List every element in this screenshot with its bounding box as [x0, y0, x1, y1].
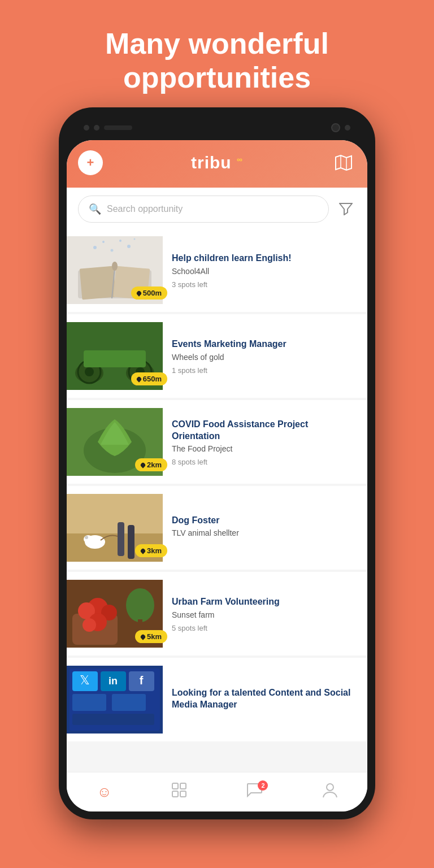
- svg-point-31: [85, 536, 88, 539]
- svg-point-56: [327, 784, 333, 791]
- opportunity-info: Looking for a talented Content and Socia…: [172, 666, 357, 734]
- org-name: Wheels of gold: [172, 353, 357, 362]
- nav-grid[interactable]: [172, 783, 186, 801]
- svg-text:𝕏: 𝕏: [80, 673, 90, 687]
- svg-rect-53: [180, 783, 186, 789]
- filter-button[interactable]: [336, 199, 356, 219]
- front-camera: [331, 123, 340, 132]
- spots-left: 5 spots left: [172, 624, 357, 632]
- phone-device: + tribu ∞: [59, 107, 375, 819]
- search-section: 🔍 Search opportunity: [67, 188, 367, 228]
- opportunity-title: Urban Farm Volunteering: [172, 596, 357, 608]
- svg-rect-50: [112, 694, 146, 711]
- pin-icon: [136, 290, 142, 296]
- opportunity-image: 650m: [67, 322, 163, 390]
- distance-badge: 5km: [135, 630, 167, 643]
- svg-rect-28: [128, 525, 134, 559]
- svg-text:in: in: [108, 675, 118, 687]
- svg-rect-51: [72, 714, 154, 725]
- distance-badge: 650m: [131, 372, 167, 385]
- distance-badge: 2km: [135, 458, 167, 471]
- svg-point-39: [126, 588, 154, 622]
- home-icon: ☺: [97, 783, 112, 801]
- chat-badge: 2: [258, 780, 268, 791]
- svg-text:f: f: [140, 674, 144, 687]
- svg-rect-19: [84, 350, 146, 367]
- profile-icon: [323, 782, 337, 802]
- search-placeholder: Search opportunity: [107, 204, 183, 214]
- opportunities-list: 500m Help children learn English! School…: [67, 228, 367, 772]
- pin-icon: [140, 548, 146, 554]
- pin-icon: [140, 633, 146, 640]
- app-logo: tribu ∞: [191, 153, 243, 172]
- opportunity-image: 3km: [67, 494, 163, 562]
- svg-point-30: [84, 535, 93, 543]
- nav-profile[interactable]: [323, 782, 337, 802]
- svg-rect-25: [67, 494, 163, 533]
- opportunity-image: 5km: [67, 580, 163, 648]
- opportunity-title: Help children learn English!: [172, 253, 357, 264]
- camera-dot-1: [84, 125, 89, 131]
- svg-point-10: [111, 249, 114, 252]
- opportunity-card[interactable]: 650m Events Marketing Manager Wheels of …: [67, 314, 367, 398]
- svg-point-13: [134, 238, 136, 240]
- org-name: Sunset farm: [172, 610, 357, 619]
- org-name: The Food Project: [172, 444, 357, 453]
- spots-left: 8 spots left: [172, 458, 357, 466]
- opportunity-card[interactable]: 3km Dog Foster TLV animal shellter: [67, 486, 367, 570]
- opportunity-card[interactable]: 2km COVID Food Assistance Project Orient…: [67, 400, 367, 484]
- svg-point-9: [102, 241, 105, 243]
- svg-rect-4: [80, 266, 116, 300]
- pin-icon: [136, 376, 142, 382]
- phone-notch: [67, 115, 367, 140]
- nav-chat[interactable]: 2: [246, 783, 262, 801]
- org-name: TLV animal shellter: [172, 528, 357, 537]
- svg-point-7: [112, 262, 118, 271]
- svg-rect-49: [72, 694, 106, 711]
- svg-rect-52: [172, 783, 178, 789]
- svg-point-8: [93, 246, 97, 249]
- spots-left: 3 spots left: [172, 280, 357, 289]
- svg-rect-55: [180, 791, 186, 797]
- page-background: Many wonderful opportunities: [0, 0, 434, 868]
- opportunity-info: Urban Farm Volunteering Sunset farm 5 sp…: [172, 580, 357, 648]
- svg-point-20: [85, 367, 94, 376]
- grid-icon: [172, 783, 186, 801]
- opportunity-info: Help children learn English! School4All …: [172, 236, 357, 304]
- opportunity-card[interactable]: 5km Urban Farm Volunteering Sunset farm …: [67, 572, 367, 656]
- app-header: + tribu ∞: [67, 140, 367, 188]
- opportunity-image: 𝕏 in f: [67, 666, 163, 734]
- opportunity-title: COVID Food Assistance Project Orientatio…: [172, 419, 357, 442]
- sensor-dot: [345, 125, 350, 131]
- opportunity-info: Dog Foster TLV animal shellter: [172, 494, 357, 562]
- svg-point-11: [119, 240, 121, 242]
- opportunity-info: COVID Food Assistance Project Orientatio…: [172, 408, 357, 476]
- opportunity-image: 2km: [67, 408, 163, 476]
- phone-screen: + tribu ∞: [67, 140, 367, 811]
- nav-home[interactable]: ☺: [97, 783, 112, 801]
- opportunity-image: 500m: [67, 236, 163, 304]
- opportunity-title: Looking for a talented Content and Socia…: [172, 687, 357, 711]
- opportunity-info: Events Marketing Manager Wheels of gold …: [172, 322, 357, 390]
- opportunity-title: Events Marketing Manager: [172, 338, 357, 350]
- spots-left: 1 spots left: [172, 366, 357, 375]
- search-bar[interactable]: 🔍 Search opportunity: [78, 196, 329, 223]
- opportunity-card[interactable]: 𝕏 in f Looking for a talented Content an…: [67, 658, 367, 741]
- bottom-nav: ☺: [67, 772, 367, 811]
- map-icon: [335, 155, 352, 171]
- map-button[interactable]: [331, 150, 356, 175]
- filter-icon: [339, 203, 353, 215]
- search-icon: 🔍: [89, 203, 101, 215]
- svg-point-38: [83, 618, 96, 632]
- svg-rect-54: [172, 791, 178, 797]
- svg-point-12: [127, 245, 131, 248]
- svg-rect-27: [118, 522, 124, 556]
- opportunity-card[interactable]: 500m Help children learn English! School…: [67, 228, 367, 312]
- pin-icon: [140, 462, 146, 468]
- camera-dot-2: [94, 125, 99, 131]
- speaker: [104, 125, 132, 130]
- distance-badge: 500m: [131, 287, 167, 300]
- opportunity-title: Dog Foster: [172, 515, 357, 527]
- page-title: Many wonderful opportunities: [0, 0, 434, 118]
- add-button[interactable]: +: [78, 150, 103, 175]
